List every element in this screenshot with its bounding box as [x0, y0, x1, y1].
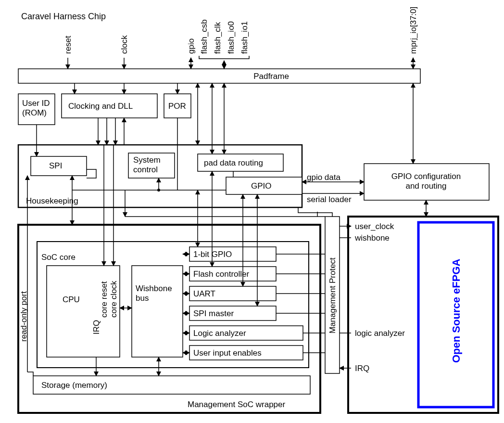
label-efpga: Open Source eFPGA — [450, 259, 462, 363]
label-pad-data-routing: pad data routing — [204, 158, 263, 167]
label-gpio: GPIO — [251, 181, 272, 191]
label-mgmt-protect: Management Protect — [328, 257, 337, 333]
label-logic-analyzer-sig: logic analyzer — [355, 329, 405, 338]
signal-flash-clk: flash_clk — [213, 22, 222, 54]
label-logic-analyzer: Logic analyzer — [193, 329, 246, 338]
label-1bit-gpio: 1-bit GPIO — [193, 250, 232, 259]
label-user-input-enables: User input enables — [193, 348, 262, 358]
label-wishbone-bus-1: Wishbone — [136, 284, 172, 293]
label-irq-sig: IRQ — [355, 364, 369, 373]
label-gpio-config-1: GPIO configuration — [391, 172, 461, 181]
signal-gpio: gpio — [187, 38, 196, 54]
diagram-title: Caravel Harness Chip — [21, 12, 106, 21]
label-user-clock: user_clock — [355, 222, 394, 231]
label-user-id-1: User ID — [22, 99, 50, 108]
signal-clock: clock — [120, 35, 129, 54]
label-gpio-config-2: and routing — [405, 181, 446, 191]
label-flash-ctrl: Flash controller — [193, 269, 250, 279]
block-wishbone-bus — [132, 266, 183, 357]
label-spi-master: SPI master — [193, 309, 234, 318]
label-wishbone-bus-2: bus — [136, 294, 149, 303]
label-user-id-2: (ROM) — [22, 108, 47, 117]
label-gpio-data: gpio data — [307, 173, 340, 182]
label-core-clock: core clock — [109, 281, 118, 318]
label-serial-loader: serial loader — [307, 195, 352, 204]
label-read-only-port: read-only port — [19, 291, 28, 342]
label-mgmt-soc-wrapper: Management SoC wrapper — [188, 400, 286, 409]
signal-reset: reset — [63, 36, 73, 54]
signal-mprj-io: mprj_io[37:0] — [409, 7, 418, 54]
label-cpu: CPU — [63, 295, 80, 304]
label-system-control-2: control — [133, 165, 158, 174]
signal-flash-io0: flash_io0 — [227, 21, 236, 54]
label-storage: Storage (memory) — [41, 381, 107, 390]
label-uart: UART — [193, 289, 215, 298]
label-wishbone-sig: wishbone — [354, 233, 390, 243]
label-clocking: Clocking and DLL — [68, 102, 133, 111]
label-system-control-1: System — [133, 155, 161, 165]
label-housekeeping: Housekeeping — [26, 196, 78, 205]
label-soc-core: SoC core — [41, 253, 76, 262]
label-irq-cpu: IRQ — [92, 320, 101, 334]
label-por: POR — [168, 102, 186, 111]
diagram-canvas: Caravel Harness Chip reset clock gpio fl… — [0, 0, 504, 423]
label-padframe: Padframe — [253, 72, 289, 81]
label-core-reset: core reset — [100, 281, 109, 318]
signal-flash-io1: flash_io1 — [240, 21, 249, 54]
block-padframe — [18, 69, 420, 83]
signal-flash-csb: flash_csb — [200, 19, 209, 54]
label-spi: SPI — [49, 161, 62, 170]
